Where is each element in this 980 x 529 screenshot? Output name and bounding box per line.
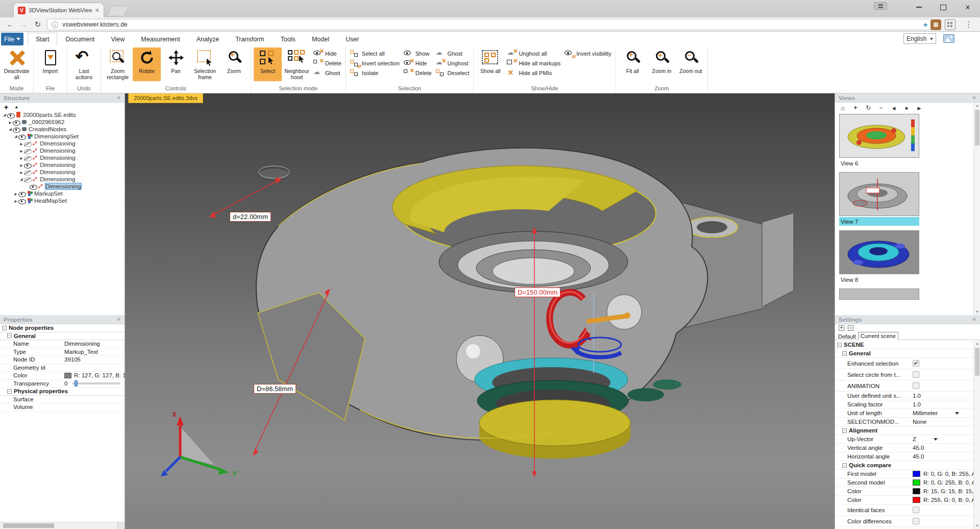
collapse-icon[interactable]: [7, 389, 12, 394]
tree-item[interactable]: Dimensioning: [0, 147, 125, 154]
property-row[interactable]: Geometry id: [0, 364, 125, 372]
eye-icon[interactable]: [24, 162, 32, 169]
close-icon[interactable]: [117, 95, 121, 101]
extension-icon[interactable]: [930, 19, 941, 30]
back-icon[interactable]: [4, 19, 16, 30]
property-row[interactable]: Volume: [0, 403, 125, 412]
forward-icon[interactable]: [17, 19, 30, 30]
tree-item[interactable]: MarkupSet: [0, 190, 125, 197]
dropdown-arrow-icon[interactable]: [934, 438, 938, 443]
eye-icon[interactable]: [18, 190, 26, 197]
settings-row[interactable]: Horizontal angle45.0: [835, 452, 973, 461]
scrollbar-thumb[interactable]: [975, 348, 979, 376]
tree-expand-icon[interactable]: [19, 155, 24, 161]
eye-icon[interactable]: [13, 126, 20, 133]
property-row[interactable]: ColorR: 127, G: 127, B: 127: [0, 372, 125, 380]
tree-add-button[interactable]: [4, 104, 8, 111]
eye-icon[interactable]: [30, 183, 37, 190]
scroll-up-icon[interactable]: [974, 341, 980, 347]
ghost-button[interactable]: Ghost: [312, 68, 343, 77]
hide-all-pmis-button[interactable]: Hide all PMIs: [505, 68, 562, 77]
close-icon[interactable]: [117, 317, 121, 322]
settings-row[interactable]: SELECTIONMOD...None: [835, 418, 973, 426]
menu-tab-analyze[interactable]: Analyze: [188, 33, 227, 46]
isolate-button[interactable]: Isolate: [349, 68, 401, 77]
checkbox[interactable]: [913, 382, 919, 389]
tree-item[interactable]: Dimensioning: [0, 169, 125, 176]
viewport-3d[interactable]: 20000parts.SE.edits.3dvs: [125, 93, 835, 529]
browser-tab[interactable]: V 3DViewStation WebViewe: [13, 3, 104, 17]
eye-crossed-icon[interactable]: [24, 155, 32, 161]
view-thumbnail[interactable]: [839, 172, 919, 216]
eye-crossed-icon[interactable]: [24, 140, 32, 147]
tree-item[interactable]: Dimensioning: [0, 183, 125, 190]
selection-frame-button[interactable]: Selection frame: [191, 47, 219, 81]
eye-crossed-icon[interactable]: [24, 176, 32, 183]
collapse-icon[interactable]: [842, 428, 847, 433]
model-tab[interactable]: 20000parts.SE.edits.3dvs: [128, 93, 203, 103]
property-row[interactable]: Transparency0: [0, 380, 125, 388]
tree-expand-icon[interactable]: [19, 162, 24, 168]
minus-icon[interactable]: [877, 104, 885, 111]
scroll-down-icon[interactable]: [974, 309, 980, 315]
scroll-up-icon[interactable]: [974, 103, 980, 109]
checkbox[interactable]: [913, 360, 919, 367]
menu-tab-document[interactable]: Document: [57, 33, 103, 46]
page-info-icon[interactable]: [52, 21, 58, 28]
close-icon[interactable]: [972, 95, 976, 101]
home-icon[interactable]: [839, 104, 846, 112]
scrollbar-thumb[interactable]: [975, 110, 979, 146]
scrollbar-thumb[interactable]: [3, 523, 54, 528]
minimize-icon[interactable]: [906, 0, 931, 14]
last-actions-button[interactable]: Last actions: [70, 47, 98, 81]
collapse-icon[interactable]: [2, 326, 7, 330]
eye-icon[interactable]: [18, 198, 26, 204]
collapse-icon[interactable]: [842, 463, 847, 468]
tree-item[interactable]: Dimensioning: [0, 154, 125, 161]
select-button[interactable]: Select: [254, 47, 282, 81]
property-row[interactable]: NameDimensioning: [0, 340, 125, 348]
property-row[interactable]: Node ID39105: [0, 356, 125, 364]
rotate-button[interactable]: Rotate: [133, 47, 161, 81]
view-item[interactable]: View 7: [839, 172, 919, 226]
invert-visibility-button[interactable]: Invert visibility: [563, 49, 612, 58]
apps-icon[interactable]: [945, 19, 955, 30]
deselect-button[interactable]: Deselect: [434, 68, 471, 77]
import-button[interactable]: Import: [36, 47, 64, 81]
checkbox[interactable]: [913, 507, 919, 513]
fit-all-button[interactable]: Fit all: [619, 47, 647, 81]
delete-button[interactable]: Delete: [312, 59, 343, 67]
browser-menu-icon[interactable]: [964, 19, 974, 30]
horizontal-scrollbar[interactable]: [0, 522, 125, 529]
settings-row[interactable]: Vertical angle45.0: [835, 444, 973, 452]
tree-expand-icon[interactable]: [13, 191, 18, 197]
menu-tab-user[interactable]: User: [337, 33, 367, 46]
ghost-button[interactable]: Ghost: [434, 49, 471, 58]
view-thumbnail[interactable]: [839, 288, 919, 300]
file-menu-button[interactable]: File: [1, 33, 23, 45]
view-item[interactable]: View 6: [839, 114, 919, 167]
pan-button[interactable]: Pan: [162, 47, 190, 81]
zoom-in-button[interactable]: Zoom in: [648, 47, 676, 81]
tree-collapse-icon[interactable]: [2, 113, 7, 117]
settings-scrollbar[interactable]: [973, 341, 980, 529]
settings-row[interactable]: User defined unit s...1.0: [835, 392, 973, 400]
eye-crossed-icon[interactable]: [24, 169, 32, 176]
select-all-button[interactable]: Select all: [349, 49, 401, 58]
tab-close-icon[interactable]: [95, 7, 100, 14]
tree-collapse-button[interactable]: [14, 105, 18, 109]
checkbox[interactable]: [913, 518, 919, 524]
views-scrollbar[interactable]: [973, 103, 980, 315]
show-button[interactable]: Show: [402, 49, 433, 58]
collapse-icon[interactable]: [842, 351, 847, 356]
eye-crossed-icon[interactable]: [24, 148, 32, 154]
tree-item[interactable]: _0902965962: [0, 118, 125, 126]
tree-item[interactable]: Dimensioning: [0, 176, 125, 183]
delete-button[interactable]: Delete: [402, 68, 433, 77]
menu-tab-measurement[interactable]: Measurement: [133, 33, 188, 46]
scroll-down-icon[interactable]: [974, 523, 980, 529]
checkbox[interactable]: [913, 371, 919, 378]
tree-expand-icon[interactable]: [19, 141, 24, 147]
reload-icon[interactable]: [32, 19, 44, 30]
settings-tab-current-scene[interactable]: Current scene: [858, 332, 898, 340]
